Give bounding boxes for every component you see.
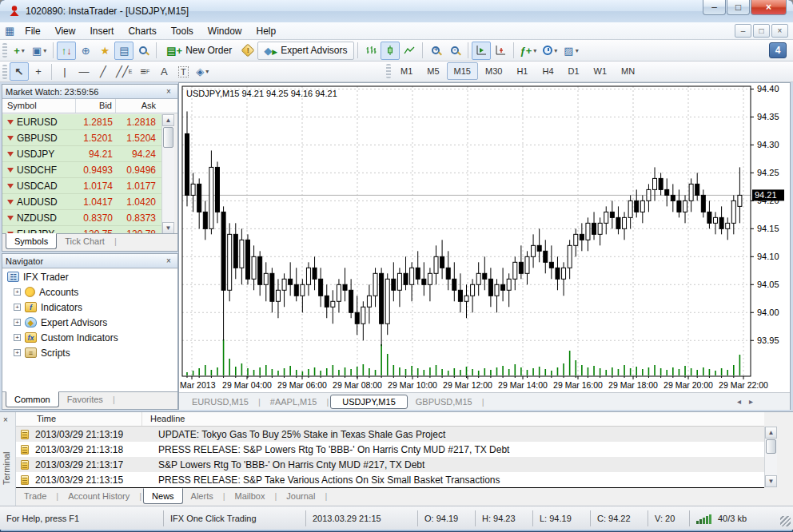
chart-tab-gbpusd-m15[interactable]: GBPUSD,M15 xyxy=(408,395,480,409)
candlestick-button[interactable] xyxy=(381,42,400,60)
tab-favorites[interactable]: Favorites xyxy=(59,392,111,407)
scroll-down-icon[interactable]: ▼ xyxy=(765,475,777,487)
news-row[interactable]: 2013/03/29 21:13:18PRESS RELEASE: S&P Lo… xyxy=(16,442,764,457)
terminal-toggle[interactable]: ▤ xyxy=(114,42,133,60)
periods-button[interactable]: ▾ xyxy=(540,42,560,60)
terminal-tab-trade[interactable]: Trade xyxy=(16,489,54,503)
minimize-button[interactable]: – xyxy=(703,0,726,15)
mdi-close-button[interactable]: × xyxy=(771,24,788,38)
resize-grip[interactable] xyxy=(780,516,791,526)
navigator-item-indicators[interactable]: +fIndicators xyxy=(2,300,177,315)
menu-insert[interactable]: Insert xyxy=(82,23,121,39)
mdi-restore-button[interactable]: □ xyxy=(753,24,770,38)
timeframe-m5[interactable]: M5 xyxy=(420,62,446,80)
market-watch-row[interactable]: NZDUSD0.83700.8373 xyxy=(2,210,161,226)
scroll-up-icon[interactable]: ▲ xyxy=(162,114,174,126)
horizontal-line-button[interactable]: — xyxy=(74,62,94,81)
fibonacci-button[interactable]: ≡F xyxy=(135,62,154,81)
indicators-button[interactable]: ƒ+▾ xyxy=(517,42,540,60)
mdi-minimize-button[interactable]: – xyxy=(735,24,751,38)
market-watch-row[interactable]: AUDUSD1.04171.0420 xyxy=(2,194,161,210)
navigator-item-expert-advisors[interactable]: +◆Expert Advisors xyxy=(2,315,177,330)
expand-icon[interactable]: + xyxy=(14,349,21,356)
cursor-button[interactable]: ↖ xyxy=(10,62,29,81)
tab-common[interactable]: Common xyxy=(6,391,59,407)
terminal-tab-alerts[interactable]: Alerts xyxy=(183,489,221,503)
templates-button[interactable]: ▨▾ xyxy=(560,42,581,60)
market-watch-row[interactable]: USDJPY94.2194.24 xyxy=(2,146,161,162)
timeframe-mn[interactable]: MN xyxy=(614,62,642,80)
new-order-button[interactable]: ▤+ New Order xyxy=(160,42,238,60)
scroll-down-icon[interactable]: ▼ xyxy=(162,222,174,234)
expand-icon[interactable]: + xyxy=(14,319,21,326)
navigator-item-custom-indicators[interactable]: +fxCustom Indicators xyxy=(2,330,177,345)
text-button[interactable]: A xyxy=(154,62,173,81)
zoom-in-button[interactable]: + xyxy=(426,42,445,60)
navigator-toggle[interactable]: ★ xyxy=(95,42,114,60)
terminal-tab-news[interactable]: News xyxy=(143,488,183,504)
tab-tick-chart[interactable]: Tick Chart xyxy=(57,234,113,248)
scroll-thumb[interactable] xyxy=(766,439,776,454)
market-watch-scrollbar[interactable]: ▲ ▼ xyxy=(161,114,174,234)
profiles-button[interactable]: ▣▾ xyxy=(29,42,50,60)
chart-shift-button[interactable] xyxy=(491,42,510,60)
market-watch-row[interactable]: GBPUSD1.52011.5204 xyxy=(2,130,161,146)
market-watch-header[interactable]: Market Watch: 23:59:56 × xyxy=(2,85,177,99)
navigator-root[interactable]: ☷IFX Trader xyxy=(2,269,177,284)
market-watch-toggle[interactable]: ↑↓ xyxy=(57,42,76,60)
channel-button[interactable]: ╱╱E xyxy=(113,62,135,81)
tab-scroll-right-icon[interactable]: ▸ xyxy=(749,397,753,406)
navigator-item-accounts[interactable]: +Accounts xyxy=(2,284,177,300)
terminal-scrollbar[interactable]: ▲ ▼ xyxy=(764,427,777,487)
menu-view[interactable]: View xyxy=(48,23,83,39)
timeframe-h4[interactable]: H4 xyxy=(535,62,560,80)
expand-icon[interactable]: + xyxy=(14,334,21,341)
tab-scroll-left-icon[interactable]: ◂ xyxy=(737,397,741,406)
timeframe-w1[interactable]: W1 xyxy=(587,62,615,80)
zoom-out-button[interactable]: - xyxy=(445,42,464,60)
line-chart-button[interactable] xyxy=(400,42,419,60)
terminal-tab-mailbox[interactable]: Mailbox xyxy=(227,489,273,503)
alert-diamond-button[interactable]: ! xyxy=(238,42,257,60)
expand-icon[interactable]: + xyxy=(14,304,21,311)
market-watch-row[interactable]: USDCAD1.01741.0177 xyxy=(2,178,161,194)
crosshair-button[interactable]: + xyxy=(29,62,48,81)
tab-symbols[interactable]: Symbols xyxy=(6,233,57,249)
navigator-item-scripts[interactable]: +≡Scripts xyxy=(2,345,177,360)
close-button[interactable]: × xyxy=(751,0,787,15)
terminal-tab-account-history[interactable]: Account History xyxy=(60,489,137,503)
close-icon[interactable]: × xyxy=(163,87,174,96)
market-watch-row[interactable]: USDCHF0.94930.9496 xyxy=(2,162,161,178)
menu-window[interactable]: Window xyxy=(201,23,249,39)
menu-charts[interactable]: Charts xyxy=(121,23,163,39)
chart-tab--aapl-m15[interactable]: #AAPL,M15 xyxy=(262,395,325,409)
timeframe-m15[interactable]: M15 xyxy=(447,62,478,80)
close-icon[interactable]: × xyxy=(163,256,174,265)
timeframe-m30[interactable]: M30 xyxy=(478,62,509,80)
news-row[interactable]: 2013/03/29 21:13:19UPDATE: Tokyo Gas To … xyxy=(16,427,764,442)
toolbar-grip[interactable] xyxy=(2,65,7,79)
notification-badge[interactable]: 4 xyxy=(769,42,787,58)
auto-scroll-button[interactable] xyxy=(472,42,491,60)
menu-file[interactable]: File xyxy=(18,23,47,39)
timeframe-d1[interactable]: D1 xyxy=(561,62,587,80)
price-chart[interactable]: 94.4094.3594.3094.2594.2094.1594.1094.05… xyxy=(179,83,790,392)
text-label-button[interactable]: T xyxy=(173,62,193,81)
timeframe-m1[interactable]: M1 xyxy=(393,62,420,80)
chart-tab-eurusd-m15[interactable]: EURUSD,M15 xyxy=(184,395,257,409)
arrows-tool-button[interactable]: ◈▾ xyxy=(193,62,212,81)
strategy-tester-button[interactable] xyxy=(133,42,153,60)
market-watch-row[interactable]: EURUSD1.28151.2818 xyxy=(2,114,161,130)
bar-chart-button[interactable] xyxy=(361,42,381,60)
data-window-toggle[interactable]: ⊕ xyxy=(76,42,95,60)
scroll-thumb[interactable] xyxy=(163,127,173,148)
menu-tools[interactable]: Tools xyxy=(164,23,201,39)
timeframe-h1[interactable]: H1 xyxy=(509,62,535,80)
restore-button[interactable]: □ xyxy=(727,0,750,15)
new-chart-button[interactable]: +▾ xyxy=(10,42,29,60)
status-trading-mode[interactable]: IFX One Click Trading xyxy=(163,510,305,526)
chart-window[interactable]: 94.4094.3594.3094.2594.2094.1594.1094.05… xyxy=(178,82,791,410)
toolbar-grip[interactable] xyxy=(386,64,391,78)
news-row[interactable]: 2013/03/29 21:13:15PRESS RELEASE: S&P Ta… xyxy=(16,472,764,487)
navigator-header[interactable]: Navigator × xyxy=(2,254,177,268)
